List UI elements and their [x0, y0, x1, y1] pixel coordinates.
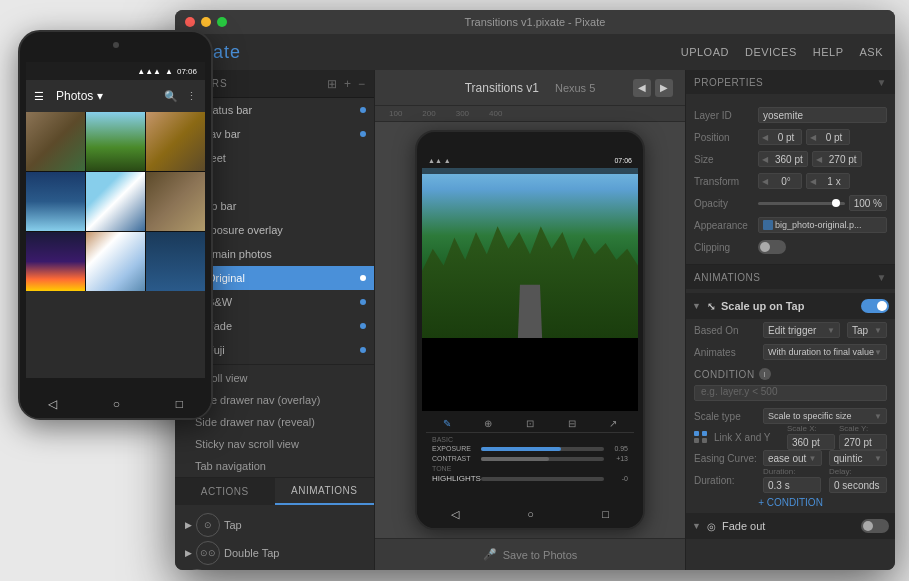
- photo-cell-7[interactable]: [26, 232, 85, 291]
- preview-recents-nav[interactable]: □: [602, 508, 609, 520]
- search-icon[interactable]: 🔍: [164, 90, 178, 103]
- photo-cell-8[interactable]: [86, 232, 145, 291]
- preview-home-nav[interactable]: ○: [527, 508, 534, 520]
- play-icon: ▶: [185, 520, 192, 530]
- anim-item-tap[interactable]: ▶ ⊙ Tap: [175, 511, 374, 539]
- tab-animations[interactable]: ANIMATIONS: [275, 478, 375, 505]
- fade-collapse-icon: ▼: [692, 521, 701, 531]
- size-w-stepper[interactable]: ◀ 360 pt: [758, 151, 808, 167]
- photo-cell-2[interactable]: [86, 112, 145, 171]
- nav-next[interactable]: ▶: [655, 79, 673, 97]
- send-tool-icon[interactable]: ↗: [609, 418, 617, 429]
- fade-toggle[interactable]: [861, 519, 889, 533]
- scale-type-select[interactable]: Scale to specific size ▼: [763, 408, 887, 424]
- nav-ask[interactable]: ASK: [859, 46, 883, 58]
- animations-collapse[interactable]: ▼: [877, 272, 887, 283]
- tab-actions[interactable]: ACTIONS: [175, 478, 275, 505]
- recents-nav-icon[interactable]: □: [176, 397, 183, 411]
- sidebar-item-tab-nav[interactable]: Tab navigation: [175, 455, 374, 477]
- size-w-left[interactable]: ◀: [759, 151, 771, 167]
- scale-x-value[interactable]: 360 pt: [787, 434, 835, 450]
- opacity-slider[interactable]: [758, 202, 845, 205]
- dot-3: [694, 438, 699, 443]
- animates-row: Animates With duration to final value ▼: [686, 341, 895, 363]
- photo-cell-3[interactable]: [146, 112, 205, 171]
- opacity-thumb: [832, 199, 840, 207]
- based-on-select-tap[interactable]: Tap ▼: [847, 322, 887, 338]
- nav-prev[interactable]: ◀: [633, 79, 651, 97]
- crop-tool-icon[interactable]: ⊟: [568, 418, 576, 429]
- transform-rotate-stepper[interactable]: ◀ 0°: [758, 173, 802, 189]
- scale-up-header[interactable]: ▼ ⤡ Scale up on Tap: [686, 293, 895, 319]
- home-nav-icon[interactable]: ○: [113, 397, 120, 411]
- size-w-val: 360 pt: [771, 154, 807, 165]
- appearance-row: Appearance big_photo-original.p...: [694, 214, 887, 236]
- easing-select-2[interactable]: quintic ▼: [829, 450, 888, 466]
- contrast-track[interactable]: [481, 457, 604, 461]
- pos-x-left[interactable]: ◀: [759, 129, 771, 145]
- fade-out-header[interactable]: ▼ ◎ Fade out: [686, 513, 895, 539]
- layers-minus-icon[interactable]: −: [358, 77, 366, 91]
- appearance-value[interactable]: big_photo-original.p...: [758, 217, 887, 233]
- clipping-toggle[interactable]: [758, 240, 786, 254]
- transform-row: Transform ◀ 0° ◀ 1 x: [694, 170, 887, 192]
- layer-id-value[interactable]: yosemite: [758, 107, 887, 123]
- highlights-slider-row: highliGHTS -0: [432, 474, 628, 483]
- link-xy-label: Link X and Y: [714, 432, 771, 443]
- contrast-label: CONTRAST: [432, 455, 477, 462]
- based-on-select-trigger[interactable]: Edit trigger ▼: [763, 322, 840, 338]
- position-y-stepper[interactable]: ◀ 0 pt: [806, 129, 850, 145]
- photo-cell-5[interactable]: [86, 172, 145, 231]
- maximize-button[interactable]: [217, 17, 227, 27]
- dot-2: [702, 431, 707, 436]
- animates-select[interactable]: With duration to final value ▼: [763, 344, 887, 360]
- duration-value[interactable]: 0.3 s: [763, 477, 821, 493]
- size-h-left[interactable]: ◀: [813, 151, 825, 167]
- easing-select-1[interactable]: ease out ▼: [763, 450, 822, 466]
- scale-y-value[interactable]: 270 pt: [839, 434, 887, 450]
- nav-help[interactable]: HELP: [813, 46, 844, 58]
- anim-item-rotate[interactable]: ↻ Rotate: [175, 567, 374, 570]
- more-icon[interactable]: ⋮: [186, 90, 197, 103]
- scale-type-label: Scale type: [694, 411, 759, 422]
- layers-grid-icon[interactable]: ⊞: [327, 77, 338, 91]
- menu-icon: ☰: [34, 90, 44, 103]
- edit-tool-icon[interactable]: ✎: [443, 418, 451, 429]
- nav-devices[interactable]: DEVICES: [745, 46, 797, 58]
- photo-cell-4[interactable]: [26, 172, 85, 231]
- pos-y-left[interactable]: ◀: [807, 129, 819, 145]
- fade-icon: ◎: [707, 521, 716, 532]
- size-h-stepper[interactable]: ◀ 270 pt: [812, 151, 862, 167]
- position-label: Position: [694, 132, 754, 143]
- sidebar-item-sticky-nav[interactable]: Sticky nav scroll view: [175, 433, 374, 455]
- anim-item-double-tap[interactable]: ▶ ⊙⊙ Double Tap: [175, 539, 374, 567]
- delay-input-label: Delay:: [829, 467, 887, 476]
- properties-collapse[interactable]: ▼: [877, 77, 887, 88]
- close-button[interactable]: [185, 17, 195, 27]
- condition-label: CONDITION: [694, 369, 755, 380]
- easing-label: Easing Curve:: [694, 453, 759, 464]
- condition-header: CONDITION i: [686, 363, 895, 385]
- scale-y-group: Scale Y: 270 pt: [839, 424, 887, 450]
- layers-add-icon[interactable]: +: [344, 77, 352, 91]
- photo-cell-1[interactable]: [26, 112, 85, 171]
- scale-toggle[interactable]: [861, 299, 889, 313]
- position-x-stepper[interactable]: ◀ 0 pt: [758, 129, 802, 145]
- photo-cell-9[interactable]: [146, 232, 205, 291]
- back-nav-icon[interactable]: ◁: [48, 397, 57, 411]
- scale-x-group: Scale X: 360 pt: [787, 424, 835, 450]
- add-condition-button[interactable]: + CONDITION: [686, 491, 895, 513]
- photo-cell-6[interactable]: [146, 172, 205, 231]
- save-to-photos-label[interactable]: Save to Photos: [503, 549, 578, 561]
- share-tool-icon[interactable]: ⊕: [484, 418, 492, 429]
- exposure-track[interactable]: [481, 447, 604, 451]
- transform-scale-stepper[interactable]: ◀ 1 x: [806, 173, 850, 189]
- delay-value[interactable]: 0 seconds: [829, 477, 887, 493]
- frame-tool-icon[interactable]: ⊡: [526, 418, 534, 429]
- minimize-button[interactable]: [201, 17, 211, 27]
- nav-upload[interactable]: UPLOAD: [681, 46, 729, 58]
- scale-x-label: Scale X:: [787, 424, 835, 433]
- condition-input[interactable]: e.g. layer.y < 500: [694, 385, 887, 401]
- preview-back-nav[interactable]: ◁: [451, 508, 459, 521]
- highlights-track[interactable]: [481, 477, 604, 481]
